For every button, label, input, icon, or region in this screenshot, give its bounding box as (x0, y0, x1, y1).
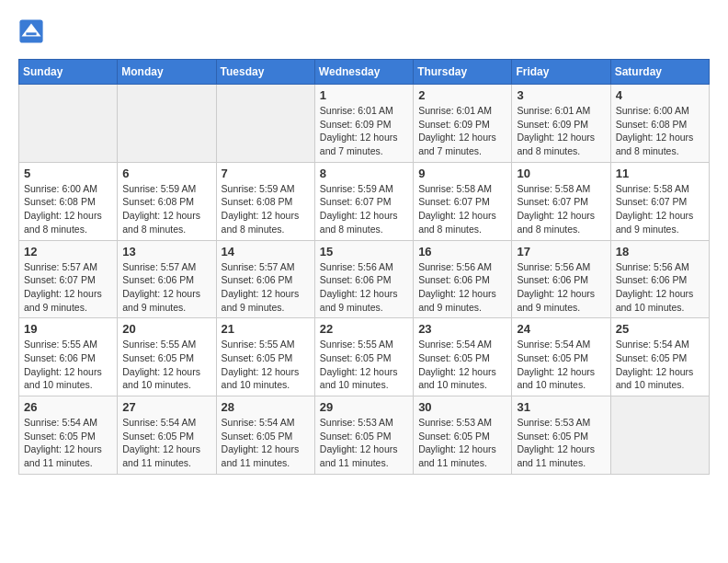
day-info: Sunrise: 5:56 AMSunset: 6:06 PMDaylight:… (418, 260, 506, 315)
day-info: Sunrise: 5:58 AMSunset: 6:07 PMDaylight:… (517, 182, 605, 236)
calendar-cell: 16 Sunrise: 5:56 AMSunset: 6:06 PMDaylig… (414, 240, 512, 318)
calendar-cell: 22 Sunrise: 5:55 AMSunset: 6:05 PMDaylig… (314, 318, 413, 396)
calendar-body: 1 Sunrise: 6:01 AMSunset: 6:09 PMDayligh… (19, 85, 710, 475)
day-info: Sunrise: 5:57 AMSunset: 6:06 PMDaylight:… (222, 260, 310, 315)
calendar-cell: 14 Sunrise: 5:57 AMSunset: 6:06 PMDaylig… (216, 240, 314, 318)
day-number: 21 (222, 322, 310, 336)
day-info: Sunrise: 5:57 AMSunset: 6:06 PMDaylight:… (122, 260, 210, 315)
weekday-row: SundayMondayTuesdayWednesdayThursdayFrid… (19, 60, 710, 85)
logo-icon (18, 18, 44, 44)
day-info: Sunrise: 5:53 AMSunset: 6:05 PMDaylight:… (517, 416, 605, 470)
calendar-week-row: 19 Sunrise: 5:55 AMSunset: 6:06 PMDaylig… (19, 318, 710, 396)
day-number: 28 (222, 400, 310, 414)
day-number: 4 (616, 88, 704, 102)
day-info: Sunrise: 6:00 AMSunset: 6:08 PMDaylight:… (24, 182, 112, 236)
day-info: Sunrise: 5:54 AMSunset: 6:05 PMDaylight:… (222, 416, 310, 470)
calendar-cell: 27 Sunrise: 5:54 AMSunset: 6:05 PMDaylig… (118, 396, 216, 475)
calendar-cell: 29 Sunrise: 5:53 AMSunset: 6:05 PMDaylig… (314, 396, 413, 475)
day-info: Sunrise: 5:56 AMSunset: 6:06 PMDaylight:… (320, 260, 408, 315)
weekday-header: Thursday (414, 60, 512, 85)
weekday-header: Wednesday (314, 60, 413, 85)
calendar-cell: 4 Sunrise: 6:00 AMSunset: 6:08 PMDayligh… (610, 85, 709, 163)
calendar-cell: 12 Sunrise: 5:57 AMSunset: 6:07 PMDaylig… (19, 240, 118, 318)
day-info: Sunrise: 5:59 AMSunset: 6:07 PMDaylight:… (320, 182, 408, 236)
weekday-header: Tuesday (216, 60, 314, 85)
day-info: Sunrise: 5:54 AMSunset: 6:05 PMDaylight:… (418, 338, 506, 392)
day-number: 22 (320, 322, 408, 336)
day-info: Sunrise: 6:00 AMSunset: 6:08 PMDaylight:… (616, 104, 704, 158)
calendar-cell: 13 Sunrise: 5:57 AMSunset: 6:06 PMDaylig… (118, 240, 216, 318)
day-info: Sunrise: 5:55 AMSunset: 6:05 PMDaylight:… (320, 338, 408, 392)
day-info: Sunrise: 5:58 AMSunset: 6:07 PMDaylight:… (616, 182, 704, 236)
day-number: 2 (418, 88, 506, 102)
calendar-cell: 17 Sunrise: 5:56 AMSunset: 6:06 PMDaylig… (512, 240, 610, 318)
day-info: Sunrise: 6:01 AMSunset: 6:09 PMDaylight:… (320, 104, 408, 158)
calendar-table: SundayMondayTuesdayWednesdayThursdayFrid… (18, 59, 710, 475)
logo (18, 18, 48, 44)
day-number: 24 (517, 322, 605, 336)
day-number: 26 (24, 400, 112, 414)
calendar-cell (19, 85, 118, 163)
calendar-week-row: 5 Sunrise: 6:00 AMSunset: 6:08 PMDayligh… (19, 162, 710, 240)
day-number: 20 (122, 322, 210, 336)
day-number: 29 (320, 400, 408, 414)
day-number: 23 (418, 322, 506, 336)
day-info: Sunrise: 5:57 AMSunset: 6:07 PMDaylight:… (24, 260, 112, 315)
day-info: Sunrise: 6:01 AMSunset: 6:09 PMDaylight:… (418, 104, 506, 158)
day-number: 9 (418, 167, 506, 180)
calendar-cell (118, 85, 216, 163)
calendar-cell: 15 Sunrise: 5:56 AMSunset: 6:06 PMDaylig… (314, 240, 413, 318)
page-header (18, 18, 710, 44)
day-info: Sunrise: 5:53 AMSunset: 6:05 PMDaylight:… (320, 416, 408, 470)
calendar-cell: 7 Sunrise: 5:59 AMSunset: 6:08 PMDayligh… (216, 162, 314, 240)
day-number: 30 (418, 400, 506, 414)
calendar-cell: 18 Sunrise: 5:56 AMSunset: 6:06 PMDaylig… (610, 240, 709, 318)
calendar-cell: 26 Sunrise: 5:54 AMSunset: 6:05 PMDaylig… (19, 396, 118, 475)
day-number: 5 (24, 167, 112, 180)
day-number: 18 (616, 245, 704, 259)
calendar-cell: 24 Sunrise: 5:54 AMSunset: 6:05 PMDaylig… (512, 318, 610, 396)
weekday-header: Friday (512, 60, 610, 85)
day-number: 19 (24, 322, 112, 336)
day-number: 27 (122, 400, 210, 414)
calendar-header: SundayMondayTuesdayWednesdayThursdayFrid… (19, 60, 710, 85)
day-number: 3 (517, 88, 605, 102)
calendar-week-row: 1 Sunrise: 6:01 AMSunset: 6:09 PMDayligh… (19, 85, 710, 163)
calendar-cell (610, 396, 709, 475)
day-number: 10 (517, 167, 605, 180)
calendar-cell: 20 Sunrise: 5:55 AMSunset: 6:05 PMDaylig… (118, 318, 216, 396)
day-info: Sunrise: 5:54 AMSunset: 6:05 PMDaylight:… (122, 416, 210, 470)
day-info: Sunrise: 5:54 AMSunset: 6:05 PMDaylight:… (517, 338, 605, 392)
day-number: 25 (616, 322, 704, 336)
day-info: Sunrise: 5:55 AMSunset: 6:05 PMDaylight:… (222, 338, 310, 392)
calendar-week-row: 26 Sunrise: 5:54 AMSunset: 6:05 PMDaylig… (19, 396, 710, 475)
day-number: 7 (222, 167, 310, 180)
day-info: Sunrise: 6:01 AMSunset: 6:09 PMDaylight:… (517, 104, 605, 158)
calendar-cell (216, 85, 314, 163)
calendar-cell: 30 Sunrise: 5:53 AMSunset: 6:05 PMDaylig… (414, 396, 512, 475)
svg-rect-2 (26, 32, 36, 35)
day-info: Sunrise: 5:56 AMSunset: 6:06 PMDaylight:… (517, 260, 605, 315)
calendar-cell: 6 Sunrise: 5:59 AMSunset: 6:08 PMDayligh… (118, 162, 216, 240)
day-info: Sunrise: 5:54 AMSunset: 6:05 PMDaylight:… (616, 338, 704, 392)
day-number: 1 (320, 88, 408, 102)
day-number: 11 (616, 167, 704, 180)
day-number: 17 (517, 245, 605, 259)
calendar-cell: 5 Sunrise: 6:00 AMSunset: 6:08 PMDayligh… (19, 162, 118, 240)
day-info: Sunrise: 5:59 AMSunset: 6:08 PMDaylight:… (222, 182, 310, 236)
calendar-cell: 2 Sunrise: 6:01 AMSunset: 6:09 PMDayligh… (414, 85, 512, 163)
day-info: Sunrise: 5:55 AMSunset: 6:06 PMDaylight:… (24, 338, 112, 392)
calendar-cell: 25 Sunrise: 5:54 AMSunset: 6:05 PMDaylig… (610, 318, 709, 396)
calendar-cell: 8 Sunrise: 5:59 AMSunset: 6:07 PMDayligh… (314, 162, 413, 240)
calendar-cell: 1 Sunrise: 6:01 AMSunset: 6:09 PMDayligh… (314, 85, 413, 163)
weekday-header: Monday (118, 60, 216, 85)
day-number: 12 (24, 245, 112, 259)
day-number: 31 (517, 400, 605, 414)
calendar-cell: 31 Sunrise: 5:53 AMSunset: 6:05 PMDaylig… (512, 396, 610, 475)
day-info: Sunrise: 5:53 AMSunset: 6:05 PMDaylight:… (418, 416, 506, 470)
calendar-cell: 10 Sunrise: 5:58 AMSunset: 6:07 PMDaylig… (512, 162, 610, 240)
weekday-header: Saturday (610, 60, 709, 85)
day-info: Sunrise: 5:59 AMSunset: 6:08 PMDaylight:… (122, 182, 210, 236)
calendar-cell: 9 Sunrise: 5:58 AMSunset: 6:07 PMDayligh… (414, 162, 512, 240)
day-info: Sunrise: 5:54 AMSunset: 6:05 PMDaylight:… (24, 416, 112, 470)
